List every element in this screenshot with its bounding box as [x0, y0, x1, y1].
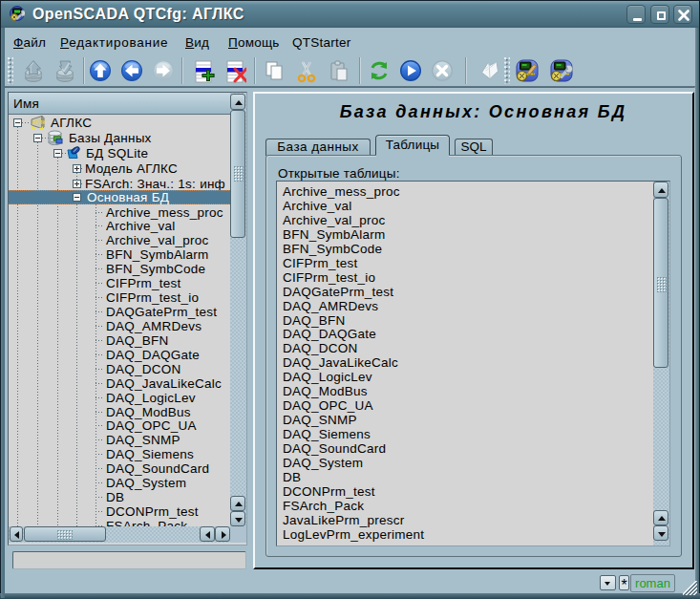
svg-text:АГЛКС: АГЛКС: [32, 119, 45, 125]
